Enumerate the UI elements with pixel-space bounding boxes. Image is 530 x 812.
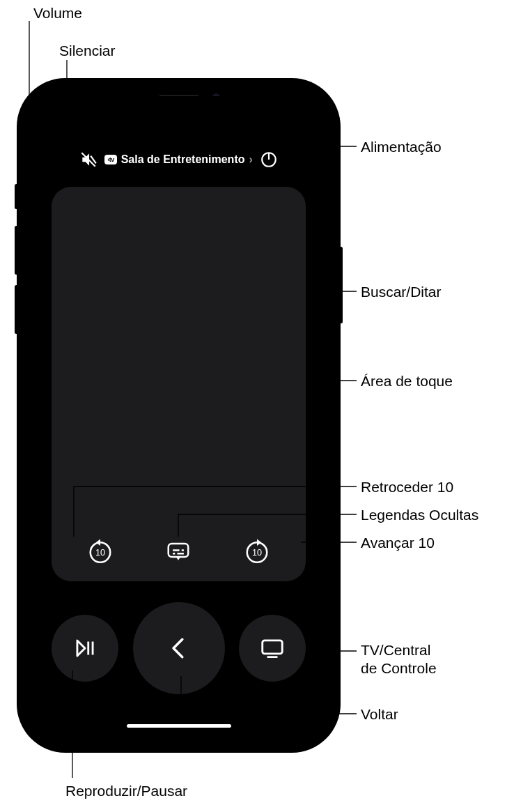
leader-lines: [0, 0, 530, 812]
